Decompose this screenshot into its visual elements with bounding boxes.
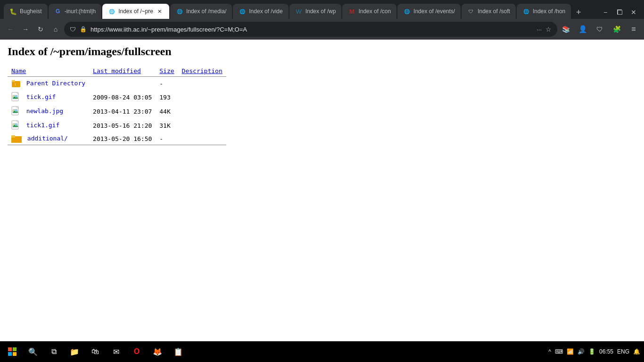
table-bottom-separator — [8, 145, 226, 146]
list-item: additional/ 2013-05-20 16:50 - — [8, 132, 226, 145]
maximize-button[interactable]: ⧠ — [613, 6, 626, 19]
file-explorer-icon: 📁 — [70, 347, 79, 356]
keyboard-icon: ⌨ — [555, 348, 563, 355]
address-bar[interactable]: 🛡 🔒 https://www.iith.ac.in/~prem/images/… — [64, 22, 557, 37]
sort-by-desc-link[interactable]: Description — [182, 67, 223, 74]
entry-name-cell: ↑ Parent Directory — [8, 77, 89, 90]
tab-soft[interactable]: 🛡 Index of /soft — [462, 4, 516, 19]
home-button[interactable]: ⌂ — [49, 23, 62, 36]
tab-events[interactable]: 🌐 Index of /events/ — [397, 4, 461, 19]
network-icon[interactable]: 📶 — [567, 348, 574, 355]
file-link-tick1-gif[interactable]: tick1.gif — [26, 122, 59, 129]
list-item: tick1.gif 2013-05-16 21:20 31K — [8, 118, 226, 132]
reading-list-button[interactable]: 📚 — [559, 23, 572, 36]
extensions-button[interactable]: 🧩 — [610, 23, 623, 36]
entry-size-cell: - — [156, 132, 178, 145]
svg-point-11 — [13, 124, 15, 125]
bookmark-icon[interactable]: ☆ — [545, 25, 552, 33]
tab-index-media[interactable]: 🌐 Index of /media/ — [170, 4, 232, 19]
entry-desc-cell — [178, 104, 226, 118]
sort-by-size-link[interactable]: Size — [159, 67, 174, 74]
taskbar-system-tray: ^ ⌨ 📶 🔊 🔋 06:55 ENG 🔔 — [548, 348, 640, 355]
minimize-button[interactable]: − — [599, 6, 612, 19]
firefox-button[interactable]: 🦊 — [149, 343, 166, 360]
page-title: Index of /~prem/images/fullscreen — [8, 45, 636, 58]
parent-directory-link[interactable]: Parent Directory — [26, 80, 85, 87]
tab-favicon-index-media: 🌐 — [176, 8, 183, 15]
firefox-icon: 🦊 — [153, 347, 162, 356]
tab-index-con[interactable]: M Index of /con — [342, 4, 396, 19]
svg-rect-16 — [8, 352, 12, 356]
notification-button[interactable]: 🔔 — [633, 348, 640, 355]
svg-rect-14 — [8, 347, 12, 351]
tab-title-index-pre: Index of /~pre — [118, 8, 153, 15]
close-button[interactable]: ✕ — [627, 6, 640, 19]
search-button[interactable]: 🔍 — [25, 343, 41, 360]
svg-point-8 — [13, 110, 15, 111]
tab-index-pre[interactable]: 🌐 Index of /~pre ✕ — [102, 4, 169, 19]
tab-title-soft: Index of /soft — [478, 8, 510, 15]
tab-index-wp[interactable]: W Index of /wp — [289, 4, 342, 19]
entry-size-cell: - — [156, 77, 178, 90]
wallet-button[interactable]: 🛡 — [593, 23, 606, 36]
entry-date-cell: 2013-04-11 23:07 — [89, 104, 156, 118]
tab-bugheist[interactable]: 🐛 Bugheist — [4, 4, 48, 19]
taskbar: 🔍 ⧉ 📁 🛍 ✉ O 🦊 📋 ^ ⌨ 📶 🔊 🔋 06:55 ENG 🔔 — [0, 341, 644, 362]
tab-inurl[interactable]: G -inurl:(html|h — [49, 4, 101, 19]
new-tab-button[interactable]: + — [572, 6, 585, 19]
column-header-last-modified: Last modified — [89, 66, 156, 77]
refresh-button[interactable]: ↻ — [34, 23, 47, 36]
toolbar-right-icons: 📚 👤 🛡 🧩 ≡ — [559, 23, 640, 36]
store-button[interactable]: 🛍 — [87, 343, 104, 360]
entry-date-cell: 2013-05-16 21:20 — [89, 118, 156, 132]
sound-icon[interactable]: 🔊 — [578, 348, 585, 355]
opera-icon: O — [134, 347, 140, 356]
mail-button[interactable]: ✉ — [107, 343, 124, 360]
entry-desc-cell — [178, 90, 226, 104]
svg-rect-17 — [13, 352, 17, 356]
page-content: Index of /~prem/images/fullscreen Name L… — [0, 40, 644, 341]
more-options-icon: ··· — [537, 26, 542, 33]
file-explorer-button[interactable]: 📁 — [66, 343, 83, 360]
tab-hon[interactable]: 🌐 Index of /hon — [517, 4, 571, 19]
tab-close-index-pre[interactable]: ✕ — [156, 8, 164, 15]
tab-favicon-index-con: M — [348, 8, 355, 15]
tab-title-bugheist: Bugheist — [20, 8, 42, 15]
file-link-tick-gif[interactable]: tick.gif — [26, 93, 56, 100]
back-button[interactable]: ← — [4, 23, 17, 36]
entry-size-cell: 193 — [156, 90, 178, 104]
tab-title-index-media: Index of /media/ — [186, 8, 226, 15]
tab-favicon-inurl: G — [54, 8, 62, 15]
svg-point-5 — [13, 96, 15, 97]
system-clock[interactable]: 06:55 — [599, 348, 613, 355]
file-listing-table: Name Last modified Size Description — [8, 66, 226, 146]
entry-desc-cell — [178, 77, 226, 90]
task-view-icon: ⧉ — [51, 347, 57, 356]
task-view-button[interactable]: ⧉ — [45, 343, 62, 360]
menu-button[interactable]: ≡ — [627, 23, 640, 36]
entry-size-cell: 31K — [156, 118, 178, 132]
tab-favicon-soft: 🛡 — [467, 8, 475, 15]
sort-by-date-link[interactable]: Last modified — [93, 67, 141, 74]
svg-text:↑: ↑ — [14, 82, 17, 87]
tab-favicon-events: 🌐 — [403, 8, 411, 15]
start-button[interactable] — [4, 343, 21, 360]
parent-folder-icon: ↑ — [11, 79, 21, 88]
sort-by-name-link[interactable]: Name — [11, 67, 26, 74]
tab-index-vide[interactable]: 🌐 Index of /vide — [233, 4, 288, 19]
tab-favicon-index-pre: 🌐 — [108, 8, 116, 15]
tab-title-index-wp: Index of /wp — [305, 8, 336, 15]
column-header-description: Description — [178, 66, 226, 77]
image-file-icon — [11, 106, 21, 116]
tab-title-hon: Index of /hon — [533, 8, 565, 15]
file-link-newlab-jpg[interactable]: newlab.jpg — [26, 107, 63, 115]
browser-chrome: 🐛 Bugheist G -inurl:(html|h 🌐 Index of /… — [0, 0, 644, 40]
file-link-additional[interactable]: additional/ — [27, 135, 68, 142]
account-button[interactable]: 👤 — [576, 23, 589, 36]
tab-title-index-vide: Index of /vide — [249, 8, 282, 15]
app-button[interactable]: 📋 — [170, 343, 187, 360]
entry-desc-cell — [178, 118, 226, 132]
opera-button[interactable]: O — [128, 343, 145, 360]
chevron-up-icon[interactable]: ^ — [548, 348, 551, 355]
forward-button[interactable]: → — [19, 23, 32, 36]
